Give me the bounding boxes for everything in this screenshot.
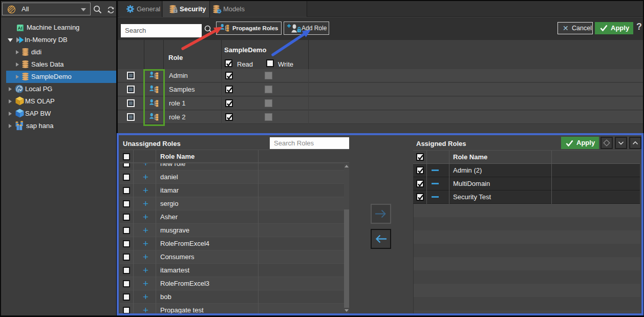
svg-text:AI: AI	[18, 26, 22, 31]
